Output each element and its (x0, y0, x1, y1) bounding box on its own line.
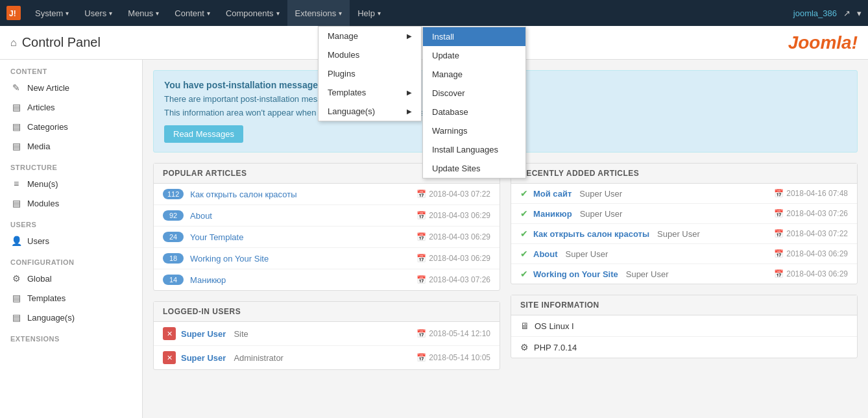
x-icon: ✕ (163, 351, 176, 364)
article-link[interactable]: Your Template (190, 232, 416, 242)
sidebar-item-new-article[interactable]: ✎ New Article (0, 78, 142, 97)
article-link[interactable]: Working on Your Site (190, 254, 416, 264)
site-info-header: SITE INFORMATION (511, 295, 857, 315)
dropdown-item-modules[interactable]: Modules (319, 45, 421, 64)
popular-articles-body: 112 Как открыть салон красоты 📅 2018-04-… (154, 184, 500, 290)
nav-item-components[interactable]: Components ▾ (218, 0, 287, 26)
recent-title: Мой сайт (533, 189, 572, 199)
chevron-down-icon: ▾ (156, 10, 159, 17)
install-item-install-languages[interactable]: Install Languages (423, 140, 525, 159)
monitor-icon: 🖥 (520, 321, 529, 331)
table-row: ✔ About Super User 📅 2018-04-03 06:29 (511, 244, 857, 264)
calendar-icon: 📅 (416, 190, 426, 199)
sidebar-item-global[interactable]: ⚙ Global (0, 269, 142, 288)
recent-author: Super User (657, 229, 700, 239)
recent-author: Super User (566, 249, 609, 259)
recent-date: 📅 2018-04-03 07:26 (774, 209, 848, 218)
sidebar-section-configuration: CONFIGURATION (0, 251, 142, 269)
logged-in-header: LOGGED-IN USERS (154, 302, 500, 322)
sidebar: CONTENT ✎ New Article ▤ Articles ▤ Categ… (0, 60, 143, 418)
article-link[interactable]: Маникюр (190, 275, 416, 285)
popular-articles-panel: POPULAR ARTICLES 112 Как открыть салон к… (153, 163, 500, 291)
extensions-dropdown: Manage ▶ Install Update Manage Discover … (318, 26, 422, 121)
chevron-down-icon: ▾ (207, 10, 210, 17)
nav-item-help[interactable]: Help ▾ (350, 0, 389, 26)
nav-item-content[interactable]: Content ▾ (167, 0, 218, 26)
logged-in-body: ✕ Super User Site 📅 2018-05-14 12:10 ✕ S… (154, 322, 500, 369)
article-link[interactable]: About (190, 211, 416, 221)
two-col-panels: POPULAR ARTICLES 112 Как открыть салон к… (153, 163, 858, 380)
recently-added-body: ✔ Мой сайт Super User 📅 2018-04-16 07:48… (511, 184, 857, 284)
article-date: 📅 2018-04-03 07:22 (416, 190, 490, 199)
nav-item-menus[interactable]: Menus ▾ (120, 0, 167, 26)
sidebar-section-structure: STRUCTURE (0, 156, 142, 174)
svg-text:J!: J! (9, 9, 16, 18)
recent-title: Маникюр (533, 209, 572, 219)
calendar-icon: 📅 (774, 269, 784, 278)
dropdown-item-manage[interactable]: Manage ▶ Install Update Manage Discover … (319, 27, 421, 45)
install-item-update-sites[interactable]: Update Sites (423, 159, 525, 178)
nav-right: joomla_386 ↗ ▾ (793, 8, 862, 18)
install-item-warnings[interactable]: Warnings (423, 121, 525, 140)
chevron-right-icon: ▶ (407, 108, 412, 115)
install-submenu: Install Update Manage Discover Database … (422, 27, 526, 178)
recent-date: 📅 2018-04-16 07:48 (774, 189, 848, 198)
sidebar-item-articles[interactable]: ▤ Articles (0, 97, 142, 117)
recent-author: Super User (579, 189, 622, 199)
sidebar-item-languages[interactable]: ▤ Language(s) (0, 308, 142, 327)
templates-icon: ▤ (10, 293, 22, 303)
install-item-update[interactable]: Update (423, 46, 525, 65)
external-link-icon: ↗ (843, 8, 850, 18)
nav-items: System ▾ Users ▾ Menus ▾ Content ▾ Compo… (27, 0, 793, 26)
table-row: ✔ Мой сайт Super User 📅 2018-04-16 07:48 (511, 184, 857, 204)
calendar-icon: 📅 (774, 249, 784, 258)
nav-item-extensions[interactable]: Extensions ▾ (287, 0, 350, 26)
recent-title: Working on Your Site (533, 269, 618, 279)
calendar-icon: 📅 (416, 254, 426, 263)
info-text: OS Linux I (535, 321, 574, 331)
sidebar-item-templates[interactable]: ▤ Templates (0, 288, 142, 308)
sidebar-section-extensions: EXTENSIONS (0, 327, 142, 345)
install-item-install[interactable]: Install (423, 27, 525, 46)
check-icon: ✔ (520, 249, 528, 259)
nav-item-users[interactable]: Users ▾ (77, 0, 120, 26)
top-navbar: J! System ▾ Users ▾ Menus ▾ Content ▾ Co… (0, 0, 868, 26)
dropdown-item-plugins[interactable]: Plugins (319, 64, 421, 83)
article-link[interactable]: Как открыть салон красоты (190, 190, 416, 199)
install-item-discover[interactable]: Discover (423, 84, 525, 103)
nav-item-system[interactable]: System ▾ (27, 0, 77, 26)
dropdown-item-languages[interactable]: Language(s) ▶ (319, 102, 421, 121)
read-messages-button[interactable]: Read Messages (164, 125, 243, 143)
article-count: 24 (163, 232, 184, 242)
chevron-down-icon: ▾ (378, 10, 381, 17)
table-row: ✔ Как открыть салон красоты Super User 📅… (511, 224, 857, 244)
user-date: 📅 2018-05-14 12:10 (416, 329, 490, 338)
modules-icon: ▤ (10, 198, 22, 208)
page-title: Control Panel (22, 35, 101, 50)
chevron-down-icon: ▾ (109, 10, 112, 17)
user-link[interactable]: joomla_386 (793, 8, 837, 18)
calendar-icon: 📅 (774, 229, 784, 238)
recent-date: 📅 2018-04-03 06:29 (774, 249, 848, 258)
calendar-icon: 📅 (416, 211, 426, 220)
right-column: RECENTLY ADDED ARTICLES ✔ Мой сайт Super… (511, 163, 858, 380)
x-icon: ✕ (163, 327, 176, 340)
check-icon: ✔ (520, 208, 528, 219)
menus-icon: ≡ (10, 178, 22, 189)
media-icon: ▤ (10, 141, 22, 151)
sidebar-item-categories[interactable]: ▤ Categories (0, 117, 142, 136)
sidebar-item-menus[interactable]: ≡ Menu(s) (0, 174, 142, 193)
install-item-manage[interactable]: Manage (423, 65, 525, 84)
install-item-database[interactable]: Database (423, 103, 525, 121)
sidebar-section-content: CONTENT (0, 60, 142, 78)
table-row: 112 Как открыть салон красоты 📅 2018-04-… (154, 184, 500, 205)
joomla-logo: Joomla! (788, 32, 858, 53)
sidebar-item-modules[interactable]: ▤ Modules (0, 193, 142, 213)
recent-date: 📅 2018-04-03 07:22 (774, 229, 848, 238)
dropdown-item-templates[interactable]: Templates ▶ (319, 83, 421, 102)
recent-title: Как открыть салон красоты (533, 229, 649, 239)
article-date: 📅 2018-04-03 06:29 (416, 254, 490, 263)
list-item: 🖥 OS Linux I (511, 315, 857, 337)
sidebar-item-users[interactable]: 👤 Users (0, 231, 142, 251)
sidebar-item-media[interactable]: ▤ Media (0, 136, 142, 156)
